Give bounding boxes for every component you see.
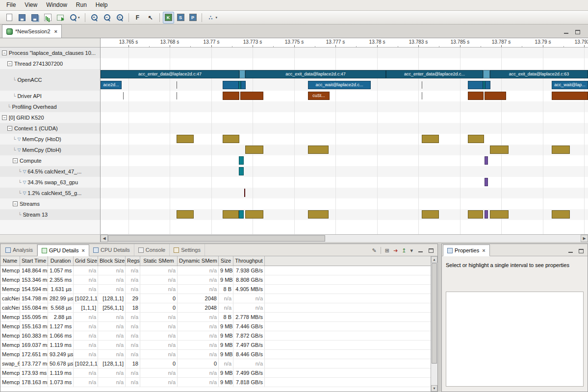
layout-grid-icon[interactable]: ⊞ [385, 247, 389, 254]
scroll-up-icon[interactable]: ▲ [431, 256, 437, 263]
menu-item-run[interactable]: Run [72, 0, 91, 10]
timeline-interval[interactable] [485, 178, 488, 186]
tree-item-34-3-swap-63-gpu[interactable]: └▽34.3% swap_63_gpu [0, 177, 100, 188]
timeline-interval[interactable] [483, 70, 490, 78]
table-row[interactable]: swap_63173.727 ms50.678 µs[1022,1,1][128… [0, 359, 431, 368]
minimize-icon[interactable] [417, 247, 424, 253]
table-row[interactable]: Memcpy153.346 ms2.355 msn/an/an/an/an/a9… [0, 275, 431, 285]
export-button[interactable] [54, 12, 66, 24]
maximize-icon[interactable] [428, 247, 435, 253]
timeline-interval[interactable] [308, 210, 329, 219]
tree-item-driver-api[interactable]: └Driver API [0, 91, 100, 101]
tab-gpu-details[interactable]: GPU Details× [37, 245, 89, 256]
timeline-interval[interactable] [239, 156, 244, 165]
timeline-interval[interactable] [308, 146, 329, 154]
collapse-icon[interactable]: − [13, 158, 18, 163]
table-row[interactable]: Memcpy172.651 ms93.249 µsn/an/an/an/an/a… [0, 350, 431, 359]
collapse-icon[interactable]: − [7, 126, 12, 131]
process-timeline-toggle[interactable]: P [187, 12, 199, 24]
tree-item-profiling-overhead[interactable]: └Profiling Overhead [0, 101, 100, 112]
timeline-marker[interactable] [177, 81, 177, 89]
analysis-button[interactable]: ∴▾ [205, 12, 220, 24]
pin-editor-icon[interactable]: ✎ [372, 247, 377, 254]
timeline-marker[interactable] [123, 92, 124, 99]
tree-item-compute[interactable]: −Compute [0, 155, 100, 166]
table-row[interactable]: Memcpy155.095 ms2.88 µsn/an/an/an/an/a8 … [0, 313, 431, 322]
timeline-interval[interactable]: acc_enter_data@laplace2d.c:47 [101, 70, 239, 78]
timeline-interval[interactable] [223, 210, 239, 219]
collapse-icon[interactable]: − [2, 50, 7, 55]
minimize-icon[interactable] [562, 29, 569, 35]
tree-item-thread-2741307200[interactable]: −Thread 2741307200 [0, 58, 100, 69]
scroll-down-icon[interactable]: ▼ [431, 385, 437, 392]
stream-timeline-toggle[interactable]: S [175, 12, 186, 24]
tree-item-context-1-cuda-[interactable]: −Context 1 (CUDA) [0, 123, 100, 134]
new-session-button[interactable] [3, 12, 15, 24]
column-header-size[interactable]: Size [219, 256, 233, 266]
filter-icon[interactable]: ▽ [17, 147, 21, 152]
timeline-interval[interactable]: ace2d... [101, 81, 122, 89]
timeline-interval[interactable] [177, 135, 194, 143]
timeline-interval[interactable]: acc_exit_data@laplace2d.c:63 [490, 70, 588, 78]
timeline-interval[interactable] [490, 146, 509, 154]
timeline-interval[interactable] [490, 210, 509, 219]
scroll-right-icon[interactable]: ▶ [581, 235, 588, 242]
filter-icon[interactable]: ▽ [17, 137, 21, 142]
collapse-icon[interactable]: − [7, 61, 12, 66]
collapse-icon[interactable]: − [13, 201, 18, 206]
timeline-interval[interactable] [485, 156, 488, 165]
table-row[interactable]: Memcpy160.383 ms1.066 msn/an/an/an/an/a9… [0, 331, 431, 341]
table-row[interactable]: Memcpy148.864 ms1.057 msn/an/an/an/an/a9… [0, 266, 431, 275]
timeline-interval[interactable] [223, 135, 239, 143]
hscrollbar-thumb[interactable] [108, 235, 325, 242]
column-header-name[interactable]: Name [0, 256, 20, 266]
table-row[interactable]: Memcpy173.93 ms1.119 msn/an/an/an/an/a9 … [0, 368, 431, 378]
maximize-icon[interactable] [578, 248, 585, 254]
close-icon[interactable]: × [82, 247, 85, 253]
session-tab[interactable]: *NewSession2 × [2, 24, 62, 38]
tab-settings[interactable]: Settings [170, 244, 205, 256]
save-button[interactable] [16, 12, 28, 24]
table-row[interactable]: Memcpy154.594 ms1.631 µsn/an/an/an/an/a8… [0, 285, 431, 294]
timeline-interval[interactable] [239, 70, 245, 78]
dropdown-caret-icon[interactable]: ▾ [78, 16, 80, 20]
timeline-interval[interactable] [422, 135, 439, 143]
timeline-interval[interactable] [245, 210, 263, 219]
timeline-interval[interactable] [485, 92, 506, 100]
zoom-out-button[interactable]: − [101, 12, 113, 24]
timeline-interval[interactable] [239, 210, 244, 219]
tree-item-openacc[interactable]: └OpenACC [0, 69, 100, 91]
timeline-interval[interactable] [468, 210, 483, 219]
tree-item--0-grid-k520[interactable]: −[0] GRID K520 [0, 112, 100, 123]
column-header-regs[interactable]: Regs [126, 256, 140, 266]
filter-icon[interactable]: ▽ [23, 169, 26, 174]
tree-item-memcpy-htod-[interactable]: └▽MemCpy (HtoD) [0, 134, 100, 145]
zoom-in-button[interactable]: + [88, 12, 100, 24]
tab-analysis[interactable]: Analysis [1, 244, 37, 256]
table-row[interactable]: Memcpy178.163 ms1.073 msn/an/an/an/an/a9… [0, 378, 431, 387]
close-icon[interactable]: × [54, 28, 57, 34]
collapse-icon[interactable]: − [2, 115, 7, 120]
tree-item-1-2-calcnext-55-g-[interactable]: └▽1.2% calcNext_55_g... [0, 188, 100, 198]
tree-item-memcpy-dtoh-[interactable]: └▽MemCpy (DtoH) [0, 145, 100, 155]
timeline-interval[interactable]: cuSt... [308, 92, 330, 100]
table-row[interactable]: calcNext155.084 ms5.568 µs[1,1,1][256,1,… [0, 303, 431, 313]
maximize-icon[interactable] [574, 29, 581, 35]
timeline-interval[interactable]: acc_wait@laplace2d.c... [308, 81, 371, 89]
table-row[interactable]: Memcpy155.163 ms1.127 msn/an/an/an/an/a9… [0, 322, 431, 331]
timeline-interval[interactable] [422, 210, 439, 219]
tab-console[interactable]: Console [134, 244, 170, 256]
kernel-timeline-toggle[interactable]: K [163, 12, 174, 24]
filter-icon[interactable]: ▽ [23, 180, 26, 185]
save-all-button[interactable] [29, 12, 41, 24]
table-row[interactable]: Memcpy169.037 ms1.119 msn/an/an/an/an/a9… [0, 341, 431, 350]
timeline-interval[interactable] [468, 81, 483, 89]
column-header-grid-size[interactable]: Grid Size [74, 256, 98, 266]
column-header-dynamic-smem[interactable]: Dynamic SMem [178, 256, 219, 266]
marker-button[interactable]: F [132, 12, 144, 24]
column-header-start-time[interactable]: Start Time [20, 256, 48, 266]
export-data-icon[interactable]: ↥ [402, 247, 406, 254]
timeline-interval[interactable] [468, 135, 484, 143]
tree-item-stream-13[interactable]: └Stream 13 [0, 209, 100, 220]
column-header-static-smem[interactable]: Static SMem [140, 256, 178, 266]
